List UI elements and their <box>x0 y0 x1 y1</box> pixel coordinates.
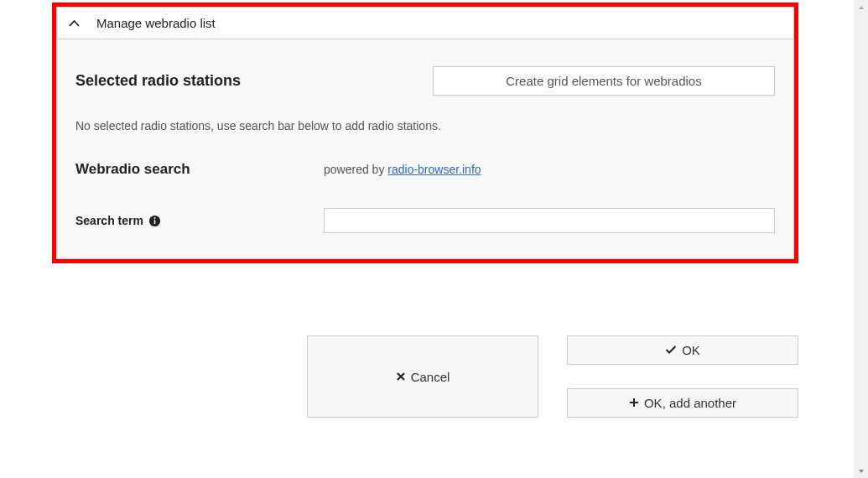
vertical-scrollbar[interactable] <box>854 0 868 478</box>
scrollbar-track[interactable] <box>854 14 868 464</box>
search-input[interactable] <box>324 208 775 233</box>
chevron-up-icon <box>69 19 80 28</box>
ok-button[interactable]: OK <box>567 335 798 365</box>
selected-stations-heading: Selected radio stations <box>75 72 241 90</box>
accordion-title: Manage webradio list <box>96 16 216 30</box>
radio-browser-link[interactable]: radio-browser.info <box>387 163 481 176</box>
ok-add-another-button-label: OK, add another <box>644 396 736 410</box>
powered-by-prefix: powered by <box>324 163 387 176</box>
cancel-button-label: Cancel <box>411 370 450 384</box>
close-icon <box>396 370 406 384</box>
powered-by-text: powered by radio-browser.info <box>324 163 481 176</box>
ok-button-label: OK <box>682 343 700 357</box>
search-term-label: Search term <box>75 214 324 227</box>
plus-icon <box>629 396 639 410</box>
no-stations-message: No selected radio stations, use search b… <box>75 119 775 132</box>
svg-rect-1 <box>154 220 156 224</box>
search-term-label-text: Search term <box>75 214 143 227</box>
scrollbar-arrow-down-icon[interactable] <box>854 464 868 478</box>
webradio-panel: Manage webradio list Selected radio stat… <box>52 3 798 263</box>
scrollbar-arrow-up-icon[interactable] <box>854 0 868 14</box>
create-grid-elements-button[interactable]: Create grid elements for webradios <box>433 66 775 96</box>
accordion-header[interactable]: Manage webradio list <box>56 7 794 39</box>
cancel-button[interactable]: Cancel <box>307 335 538 418</box>
svg-point-2 <box>153 217 155 219</box>
dialog-buttons: Cancel OK OK, add another <box>52 335 798 418</box>
info-icon[interactable] <box>148 215 161 227</box>
webradio-search-heading: Webradio search <box>75 161 324 178</box>
accordion-body: Selected radio stations Create grid elem… <box>56 39 794 259</box>
ok-add-another-button[interactable]: OK, add another <box>567 388 798 418</box>
check-icon <box>665 343 677 357</box>
